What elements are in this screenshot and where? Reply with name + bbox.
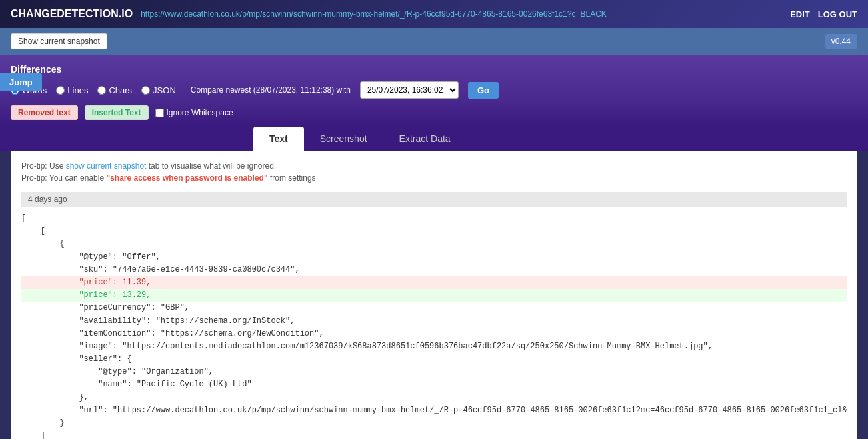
- normal-line: "name": "Pacific Cycle (UK) Ltd": [21, 380, 252, 389]
- json-radio[interactable]: [141, 86, 150, 95]
- brand-logo: CHANGEDETECTION.IO: [11, 8, 133, 20]
- protip2-bold: "share access when password is enabled": [106, 173, 267, 183]
- normal-line: "itemCondition": "https://schema.org/New…: [21, 329, 324, 338]
- json-option[interactable]: JSON: [141, 85, 176, 95]
- top-bar: Show current snapshot v0.44: [0, 28, 868, 55]
- tab-extract-data[interactable]: Extract Data: [383, 127, 467, 151]
- normal-line: "priceCurrency": "GBP",: [21, 303, 189, 312]
- chars-option[interactable]: Chars: [97, 85, 132, 95]
- page-url: https://www.decathlon.co.uk/p/mp/schwinn…: [141, 9, 782, 19]
- normal-line: "sku": "744e7a6e-e1ce-4443-9839-ca0800c7…: [21, 265, 300, 274]
- ignore-whitespace-option[interactable]: Ignore Whitespace: [155, 108, 233, 117]
- edit-link[interactable]: EDIT: [790, 9, 810, 19]
- ignore-whitespace-checkbox[interactable]: [155, 109, 164, 117]
- normal-line: },: [21, 393, 89, 402]
- lines-label: Lines: [67, 85, 88, 95]
- show-snapshot-button[interactable]: Show current snapshot: [11, 33, 107, 49]
- date-select[interactable]: 25/07/2023, 16:36:02: [360, 81, 459, 99]
- lines-option[interactable]: Lines: [56, 85, 88, 95]
- tabs-row: Text Screenshot Extract Data: [0, 127, 868, 151]
- brand-rest: DETECTION.IO: [57, 8, 133, 19]
- removed-badge: Removed text: [11, 105, 78, 120]
- tab-text[interactable]: Text: [253, 127, 304, 151]
- differences-title: Differences: [11, 64, 857, 75]
- protip1-prefix: Pro-tip: Use: [21, 161, 66, 171]
- chars-radio[interactable]: [97, 86, 106, 95]
- compare-text: Compare newest (28/07/2023, 11:12:38) wi…: [191, 85, 351, 95]
- protip2-suffix: from settings: [268, 173, 316, 183]
- inserted-badge: Inserted Text: [85, 105, 149, 120]
- main-content: Pro-tip: Use show current snapshot tab t…: [11, 151, 857, 439]
- brand-change: CHANGE: [11, 8, 57, 19]
- diff-options: Words Lines Chars JSON Compare newest (2…: [11, 81, 857, 99]
- lines-radio[interactable]: [56, 86, 65, 95]
- json-content: [ [ { "@type": "Offer", "sku": "744e7a6e…: [21, 212, 847, 439]
- protip2-prefix: Pro-tip: You can enable: [21, 173, 106, 183]
- protip1-link: show current snapshot: [66, 161, 147, 171]
- legend-row: Removed text Inserted Text Ignore Whites…: [0, 99, 868, 127]
- inserted-line: "price": 13.29,: [21, 289, 847, 302]
- normal-line: }: [21, 418, 65, 428]
- normal-line: "url": "https://www.decathlon.co.uk/p/mp…: [21, 406, 847, 415]
- normal-line: "availability": "https://schema.org/InSt…: [21, 316, 295, 326]
- chars-label: Chars: [109, 85, 132, 95]
- protip1-suffix: tab to visualise what will be ignored.: [146, 161, 276, 171]
- removed-line: "price": 11.39,: [21, 276, 847, 289]
- go-button[interactable]: Go: [468, 82, 499, 99]
- normal-line: {: [21, 239, 65, 248]
- normal-line: [: [21, 213, 26, 223]
- normal-line: "@type": "Offer",: [21, 252, 161, 262]
- jump-button[interactable]: Jump: [0, 73, 42, 91]
- normal-line: "@type": "Organization",: [21, 367, 213, 376]
- normal-line: "image": "https://contents.mediadecathlo…: [21, 342, 713, 351]
- normal-line: [: [21, 226, 45, 236]
- header: CHANGEDETECTION.IO https://www.decathlon…: [0, 0, 868, 28]
- ignore-whitespace-label: Ignore Whitespace: [167, 108, 233, 117]
- normal-line: "seller": {: [21, 354, 132, 364]
- time-label: 4 days ago: [21, 192, 847, 207]
- json-label: JSON: [153, 85, 176, 95]
- differences-panel: Differences Words Lines Chars JSON Compa…: [0, 55, 868, 99]
- normal-line: ]: [21, 431, 45, 439]
- version-badge: v0.44: [825, 34, 857, 49]
- protip-1: Pro-tip: Use show current snapshot tab t…: [21, 161, 847, 171]
- logout-link[interactable]: LOG OUT: [818, 9, 857, 19]
- protip-2: Pro-tip: You can enable "share access wh…: [21, 173, 847, 183]
- tab-screenshot[interactable]: Screenshot: [304, 127, 383, 151]
